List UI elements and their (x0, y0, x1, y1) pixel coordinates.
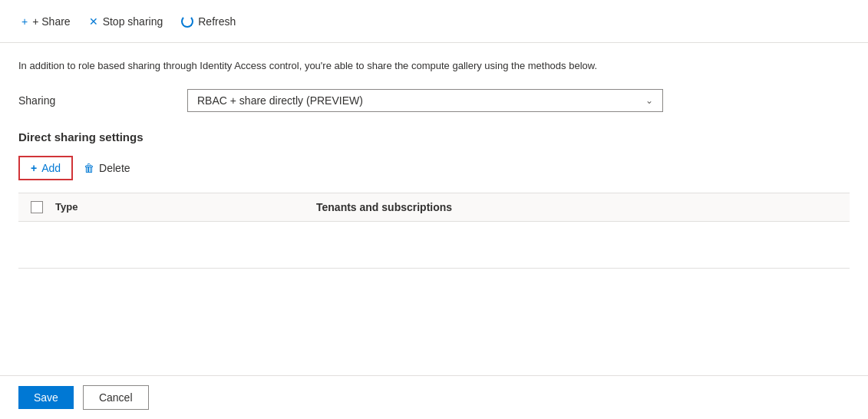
refresh-icon (181, 15, 193, 28)
table-body (18, 222, 850, 268)
delete-label: Delete (99, 162, 130, 174)
refresh-label: Refresh (198, 15, 236, 28)
col-type-header: Type (55, 201, 316, 213)
save-label: Save (34, 391, 58, 404)
table-header: Type Tenants and subscriptions (18, 193, 850, 222)
stop-sharing-label: Stop sharing (103, 15, 163, 28)
add-plus-icon: + (31, 162, 37, 174)
footer: Save Cancel (0, 375, 868, 419)
sharing-label: Sharing (18, 94, 187, 107)
sharing-dropdown-value: RBAC + share directly (PREVIEW) (197, 94, 363, 107)
add-button[interactable]: + Add (18, 156, 73, 180)
col-tenants-header: Tenants and subscriptions (316, 201, 850, 213)
sharing-table: Type Tenants and subscriptions (18, 193, 850, 269)
stop-sharing-button[interactable]: ✕ Stop sharing (80, 9, 173, 34)
cancel-button[interactable]: Cancel (83, 385, 149, 410)
share-button[interactable]: + + Share (12, 9, 80, 34)
description-text: In addition to role based sharing throug… (18, 58, 850, 74)
direct-sharing-section: Direct sharing settings + Add 🗑 Delete T… (18, 130, 850, 269)
toolbar: + + Share ✕ Stop sharing Refresh (0, 0, 868, 43)
plus-icon: + (21, 15, 28, 28)
sharing-row: Sharing RBAC + share directly (PREVIEW) … (18, 89, 850, 112)
refresh-button[interactable]: Refresh (172, 9, 245, 34)
save-button[interactable]: Save (18, 386, 74, 409)
chevron-down-icon: ⌄ (645, 95, 653, 106)
direct-sharing-heading: Direct sharing settings (18, 130, 850, 144)
add-label: Add (41, 162, 61, 174)
trash-icon: 🗑 (84, 162, 94, 174)
select-all-checkbox[interactable] (31, 201, 43, 213)
share-label: + Share (32, 15, 70, 28)
header-checkbox-col (18, 201, 55, 213)
direct-sharing-toolbar: + Add 🗑 Delete (18, 156, 850, 180)
sharing-dropdown[interactable]: RBAC + share directly (PREVIEW) ⌄ (187, 89, 663, 112)
main-content: In addition to role based sharing throug… (0, 43, 868, 375)
x-icon: ✕ (89, 15, 98, 28)
delete-button[interactable]: 🗑 Delete (73, 157, 140, 179)
cancel-label: Cancel (99, 391, 133, 404)
